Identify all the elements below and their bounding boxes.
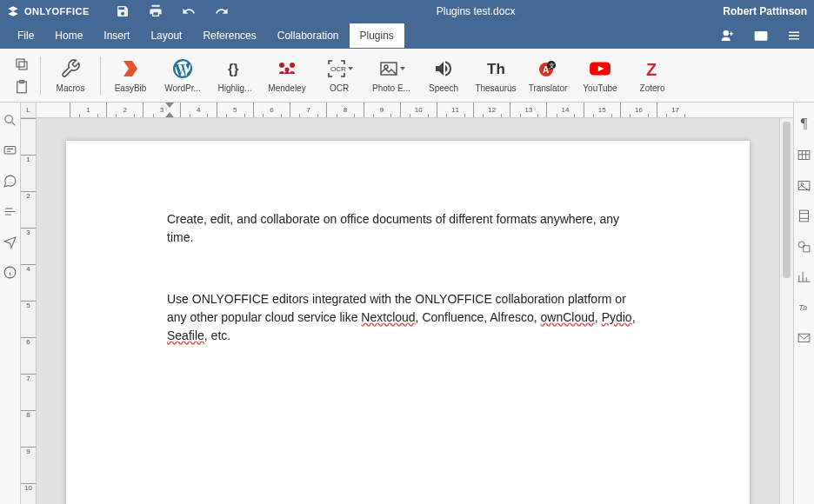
svg-point-21 xyxy=(5,116,13,123)
photo-caret-icon[interactable] xyxy=(400,67,405,70)
about-icon[interactable] xyxy=(3,265,17,280)
zotero-icon: Z xyxy=(641,57,664,80)
menu-layout[interactable]: Layout xyxy=(140,23,192,48)
mail-merge-icon[interactable] xyxy=(797,330,811,345)
horizontal-ruler-row: L 1234567891011121314151617 xyxy=(21,103,793,118)
save-icon[interactable] xyxy=(116,4,130,18)
photo-editor-icon xyxy=(378,58,399,79)
right-sidebar: ¶ Ta xyxy=(793,103,814,504)
table-settings-icon[interactable] xyxy=(797,148,811,162)
svg-point-9 xyxy=(290,63,295,68)
textart-settings-icon[interactable]: Ta xyxy=(797,300,811,315)
shape-settings-icon[interactable] xyxy=(797,239,811,254)
misspell-nextcloud: Nextcloud xyxy=(361,310,415,324)
canvas-area: L 1234567891011121314151617 123456789101… xyxy=(21,103,793,504)
easybib-icon xyxy=(119,57,142,80)
highlight-icon: {} xyxy=(224,57,246,80)
svg-point-10 xyxy=(285,68,290,72)
svg-rect-29 xyxy=(804,246,810,252)
menu-file[interactable]: File xyxy=(7,23,44,48)
hamburger-icon[interactable] xyxy=(781,24,807,47)
ocr-button[interactable]: OCR OCR xyxy=(313,56,365,95)
translator-button[interactable]: A文 Translator xyxy=(522,56,574,95)
titlebar: ONLYOFFICE Plugins test.docx Robert Patt… xyxy=(0,0,814,23)
svg-point-26 xyxy=(801,183,804,186)
app-branding: ONLYOFFICE xyxy=(7,5,90,17)
navigation-icon[interactable] xyxy=(3,204,17,219)
svg-rect-2 xyxy=(19,62,27,70)
menu-collaboration[interactable]: Collaboration xyxy=(267,23,350,48)
svg-point-0 xyxy=(724,30,728,35)
menu-insert[interactable]: Insert xyxy=(93,23,140,48)
svg-text:Th: Th xyxy=(487,61,505,77)
chat-icon[interactable] xyxy=(3,174,17,189)
wordpress-icon xyxy=(171,57,194,80)
menu-references[interactable]: References xyxy=(192,23,266,48)
header-footer-icon[interactable] xyxy=(797,209,811,223)
horizontal-ruler[interactable]: 1234567891011121314151617 xyxy=(37,103,793,117)
speech-button[interactable]: Speech xyxy=(417,56,470,95)
plugins-toolbar: Macros EasyBib WordPr... {} Highlig... M… xyxy=(0,49,814,103)
svg-rect-25 xyxy=(798,182,810,190)
logo-icon xyxy=(7,5,19,17)
copy-icon[interactable] xyxy=(12,55,31,74)
speech-icon xyxy=(432,57,455,80)
svg-rect-24 xyxy=(798,151,810,160)
workspace: L 1234567891011121314151617 123456789101… xyxy=(0,103,814,504)
thesaurus-icon: Th xyxy=(484,57,507,80)
app-name: ONLYOFFICE xyxy=(24,6,90,17)
menu-plugins[interactable]: Plugins xyxy=(350,23,404,48)
thesaurus-button[interactable]: Th Thesaurus xyxy=(470,56,522,95)
paste-icon[interactable] xyxy=(12,77,31,96)
menu-home[interactable]: Home xyxy=(44,23,93,48)
document-title: Plugins test.docx xyxy=(229,5,723,17)
mendeley-icon xyxy=(276,57,298,80)
highlight-button[interactable]: {} Highlig... xyxy=(209,56,261,95)
misspell-pydio: Pydio xyxy=(602,310,632,324)
undo-icon[interactable] xyxy=(182,4,196,18)
search-icon[interactable] xyxy=(3,113,17,128)
wordpress-button[interactable]: WordPr... xyxy=(157,56,209,95)
paragraph-2: Use ONLYOFFICE editors integrated with t… xyxy=(167,290,649,345)
paragraph-settings-icon[interactable]: ¶ xyxy=(801,115,808,132)
mendeley-button[interactable]: Mendeley xyxy=(261,56,313,95)
zotero-button[interactable]: Z Zotero xyxy=(626,56,678,95)
feedback-icon[interactable] xyxy=(3,235,17,249)
page-container: Create, edit, and collaborate on office … xyxy=(37,118,779,504)
vertical-scrollbar[interactable] xyxy=(779,118,793,504)
ocr-caret-icon[interactable] xyxy=(348,67,353,70)
youtube-icon xyxy=(589,57,611,80)
chart-settings-icon[interactable] xyxy=(797,269,811,284)
comments-icon[interactable] xyxy=(3,143,17,158)
ocr-icon: OCR xyxy=(326,58,347,79)
svg-rect-22 xyxy=(4,147,16,155)
easybib-button[interactable]: EasyBib xyxy=(104,56,157,95)
misspell-seafile: Seafile xyxy=(167,328,204,342)
svg-rect-3 xyxy=(17,59,24,67)
vertical-ruler[interactable]: 1234567891011 xyxy=(21,118,37,504)
macros-button[interactable]: Macros xyxy=(44,56,97,95)
macros-icon xyxy=(59,57,82,80)
misspell-owncloud: ownCloud xyxy=(541,310,595,324)
redo-icon[interactable] xyxy=(215,4,229,18)
image-settings-icon[interactable] xyxy=(797,178,811,193)
open-location-icon[interactable] xyxy=(748,24,774,47)
document-page[interactable]: Create, edit, and collaborate on office … xyxy=(66,141,750,504)
youtube-button[interactable]: YouTube xyxy=(574,56,626,95)
svg-text:Ta: Ta xyxy=(798,303,807,312)
share-icon[interactable] xyxy=(715,24,741,47)
quick-access-icons xyxy=(116,4,229,18)
left-sidebar xyxy=(0,103,21,504)
svg-text:OCR: OCR xyxy=(330,65,346,73)
print-icon[interactable] xyxy=(149,4,163,18)
svg-rect-27 xyxy=(800,210,809,222)
svg-text:{}: {} xyxy=(228,62,238,76)
svg-text:Z: Z xyxy=(646,60,657,79)
ruler-corner[interactable]: L xyxy=(21,103,37,117)
svg-rect-31 xyxy=(798,334,810,342)
user-name[interactable]: Robert Pattinson xyxy=(723,5,807,17)
photo-editor-button[interactable]: Photo E... xyxy=(365,56,417,95)
svg-text:文: 文 xyxy=(549,63,555,69)
svg-point-8 xyxy=(279,63,284,68)
translator-icon: A文 xyxy=(537,57,559,80)
